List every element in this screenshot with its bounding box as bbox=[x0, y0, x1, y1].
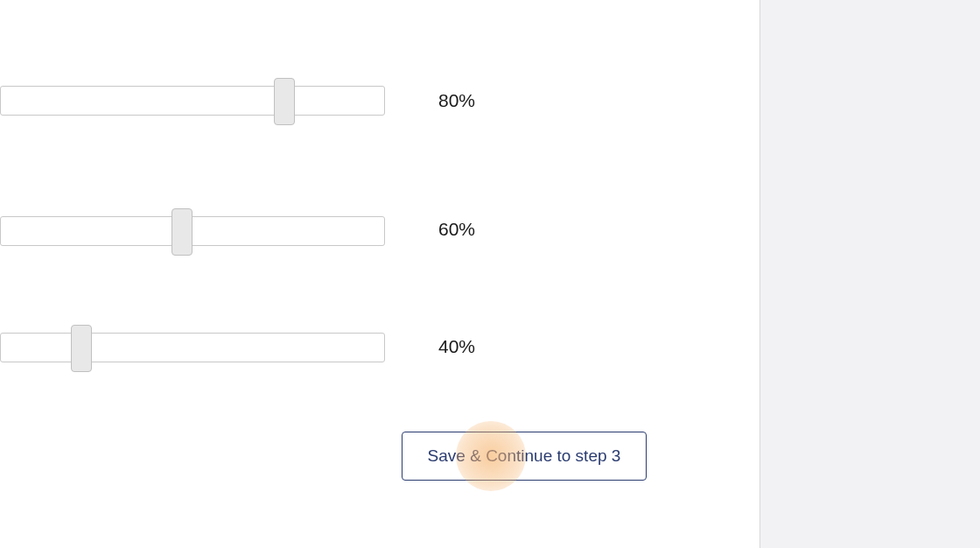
slider-value-2: 60% bbox=[438, 219, 475, 240]
main-content-area: 80% 60% 40% Save & Continue to step 3 bbox=[0, 0, 760, 548]
slider-row-2 bbox=[0, 216, 385, 246]
slider-value-3: 40% bbox=[438, 336, 475, 357]
slider-handle-2[interactable] bbox=[172, 208, 192, 256]
slider-value-1: 80% bbox=[438, 90, 475, 111]
save-continue-button[interactable]: Save & Continue to step 3 bbox=[402, 432, 647, 481]
slider-handle-3[interactable] bbox=[71, 325, 92, 372]
right-sidebar-panel bbox=[760, 0, 980, 548]
slider-handle-1[interactable] bbox=[274, 78, 295, 125]
slider-track-2[interactable] bbox=[0, 216, 385, 246]
slider-track-3[interactable] bbox=[0, 333, 385, 362]
slider-row-1 bbox=[0, 86, 385, 116]
save-continue-label: Save & Continue to step 3 bbox=[428, 446, 621, 466]
slider-track-1[interactable] bbox=[0, 86, 385, 116]
slider-row-3 bbox=[0, 333, 385, 362]
